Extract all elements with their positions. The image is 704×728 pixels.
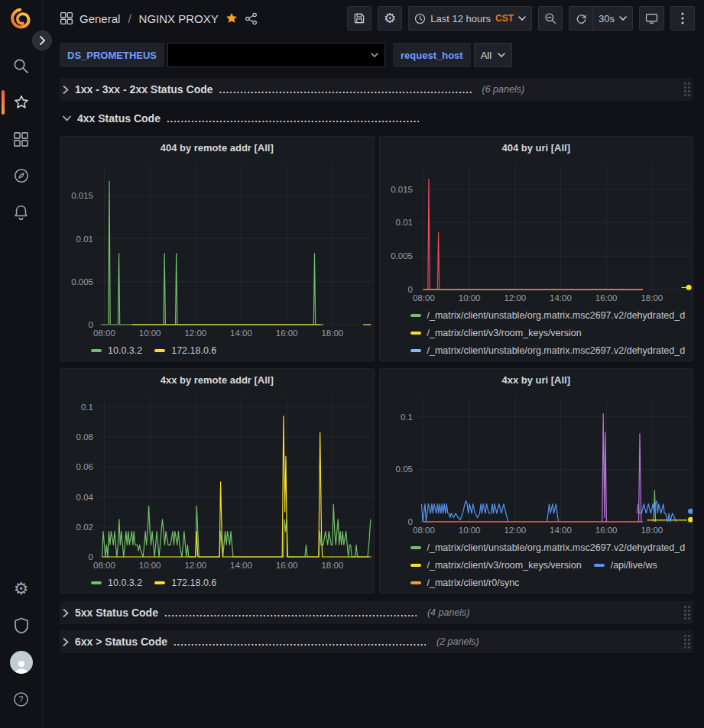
legend-item[interactable]: /sw.js	[594, 359, 634, 361]
legend-swatch	[91, 581, 102, 584]
time-range-picker[interactable]: Last 12 hours CST	[408, 6, 532, 31]
breadcrumb-dashboard-title[interactable]: NGINX PROXY	[139, 12, 219, 25]
sidebar-item-dashboards[interactable]	[0, 121, 43, 157]
favorite-star-icon[interactable]	[225, 11, 238, 25]
svg-text:10:00: 10:00	[458, 293, 480, 303]
sidebar-item-server-admin[interactable]	[0, 607, 43, 644]
row-5xx[interactable]: 5xx Status Code ........................…	[60, 601, 693, 624]
time-series-chart[interactable]: 08:0010:0012:0014:0016:0018:0000.0050.01…	[384, 158, 694, 305]
zoom-out-time-button[interactable]	[538, 6, 563, 31]
clock-icon	[414, 13, 426, 24]
svg-text:0.01: 0.01	[76, 235, 93, 244]
time-series-chart[interactable]: 08:0010:0012:0014:0016:0018:0000.0050.01…	[65, 158, 375, 340]
sidebar-item-configuration[interactable]: ⚙	[0, 571, 43, 607]
legend-label: 10.0.3.2	[108, 578, 142, 588]
star-icon	[13, 94, 30, 111]
row-panel-count: (6 panels)	[482, 84, 525, 95]
panel-title[interactable]: 404 by uri [All]	[384, 137, 689, 158]
svg-text:0.02: 0.02	[76, 523, 93, 532]
row-title: 5xx Status Code	[75, 607, 158, 619]
panel-legend: 10.0.3.2172.18.0.6	[65, 572, 369, 591]
legend-item[interactable]: /_matrix/client/v3/room_keys/version	[410, 324, 582, 341]
legend-label: /_matrix/client/v3/room_keys/version	[427, 560, 582, 571]
panel-title[interactable]: 4xx by remote addr [All]	[65, 369, 369, 390]
sidebar-item-help[interactable]: ?	[0, 681, 43, 717]
variable-request-host-select[interactable]: All	[474, 43, 512, 67]
configuration-gear-icon: ⚙	[14, 581, 29, 597]
legend-item[interactable]: /_matrix/client/v3/room_keys/version	[410, 556, 582, 574]
chevron-down-icon	[518, 16, 526, 21]
save-icon	[353, 12, 365, 24]
legend-swatch	[154, 349, 165, 352]
more-options-button[interactable]	[670, 6, 695, 31]
sidebar-item-profile[interactable]	[0, 644, 43, 681]
legend-item[interactable]: /_matrix/client/unstable/org.matrix.msc2…	[410, 591, 686, 593]
legend-item[interactable]: 172.18.0.6	[154, 574, 216, 591]
row-title: 4xx Status Code	[77, 112, 161, 125]
panel-404-by-remote-addr: 404 by remote addr [All] 08:0010:0012:00…	[60, 136, 375, 361]
row-drag-handle[interactable]	[684, 635, 690, 649]
svg-text:0.01: 0.01	[395, 218, 412, 227]
legend-label: /_matrix/client/v3/room_keys/version	[427, 328, 582, 338]
panel-title[interactable]: 4xx by uri [All]	[384, 369, 689, 390]
svg-text:14:00: 14:00	[230, 328, 252, 338]
row-title-leader: ........................................…	[219, 84, 472, 95]
legend-item[interactable]: /api/live/ws	[594, 556, 657, 574]
sidebar-item-alerting[interactable]	[0, 194, 43, 231]
sidebar-item-explore[interactable]	[0, 157, 43, 194]
refresh-interval-value: 30s	[599, 13, 615, 24]
svg-text:12:00: 12:00	[504, 526, 526, 535]
legend-item[interactable]: /_matrix/client/unstable/org.matrix.msc2…	[410, 341, 686, 359]
row-drag-handle[interactable]	[684, 83, 690, 96]
legend-label: /api/live/ws	[611, 560, 657, 571]
share-icon[interactable]	[245, 12, 258, 25]
variable-request-host-label: request_host	[393, 43, 471, 67]
legend-item[interactable]: 10.0.3.2	[91, 341, 142, 359]
legend-item[interactable]: 172.18.0.6	[154, 341, 216, 359]
row-title-leader: ........................................…	[174, 636, 426, 648]
refresh-button[interactable]	[569, 6, 593, 31]
variable-datasource-select[interactable]	[167, 43, 385, 67]
search-icon	[13, 58, 29, 74]
settings-gear-icon: ⚙	[384, 11, 396, 25]
legend-label: /_matrix/client/r0/sync	[427, 578, 520, 588]
dashboard-settings-button[interactable]: ⚙	[378, 6, 402, 31]
chevron-down-icon	[498, 53, 505, 57]
svg-text:08:00: 08:00	[93, 328, 115, 338]
svg-text:18:00: 18:00	[641, 526, 663, 535]
legend-item[interactable]: /_matrix/client/unstable/org.matrix.msc2…	[410, 539, 686, 556]
tv-cycle-icon	[645, 12, 658, 24]
row-6xx[interactable]: 6xx > Status Code ......................…	[60, 630, 693, 653]
user-avatar	[10, 651, 33, 674]
svg-text:0.1: 0.1	[81, 403, 93, 412]
row-drag-handle[interactable]	[684, 606, 690, 620]
row-4xx[interactable]: 4xx Status Code ........................…	[60, 107, 693, 130]
save-dashboard-button[interactable]	[347, 6, 371, 31]
svg-text:0: 0	[89, 552, 93, 561]
legend-item[interactable]: 10.0.3.2	[91, 574, 142, 591]
cycle-view-mode-button[interactable]	[639, 6, 664, 31]
legend-item[interactable]: /_matrix/client/v3/room_keys/version	[410, 359, 582, 361]
panel-title[interactable]: 404 by remote addr [All]	[65, 137, 369, 158]
breadcrumb-folder[interactable]: General	[79, 12, 120, 25]
legend-label: /_matrix/client/unstable/org.matrix.msc2…	[427, 310, 686, 321]
time-range-label: Last 12 hours	[430, 13, 491, 24]
sidebar-item-starred[interactable]	[0, 84, 43, 121]
toolbar: ⚙ Last 12 hours CST 30s	[347, 6, 695, 31]
grafana-logo[interactable]	[10, 8, 33, 31]
svg-text:16:00: 16:00	[276, 328, 298, 338]
svg-text:0.005: 0.005	[391, 251, 413, 260]
legend-swatch	[410, 581, 421, 584]
variables-bar: DS_PROMETHEUS request_host All	[43, 37, 704, 75]
legend-swatch	[410, 314, 421, 317]
legend-item[interactable]: /_matrix/client/unstable/org.matrix.msc2…	[410, 306, 686, 324]
time-series-chart[interactable]: 08:0010:0012:0014:0016:0018:0000.020.040…	[65, 390, 375, 572]
chevron-right-icon	[39, 36, 46, 45]
svg-text:10:00: 10:00	[458, 526, 480, 535]
refresh-interval-select[interactable]: 30s	[593, 6, 633, 31]
row-1xx-3xx-2xx[interactable]: 1xx - 3xx - 2xx Status Code ............…	[60, 78, 693, 101]
svg-text:08:00: 08:00	[413, 526, 435, 535]
legend-item[interactable]: /_matrix/client/r0/sync	[410, 574, 520, 591]
time-series-chart[interactable]: 08:0010:0012:0014:0016:0018:0000.050.1	[384, 390, 694, 537]
sidebar-item-search[interactable]	[0, 47, 43, 84]
